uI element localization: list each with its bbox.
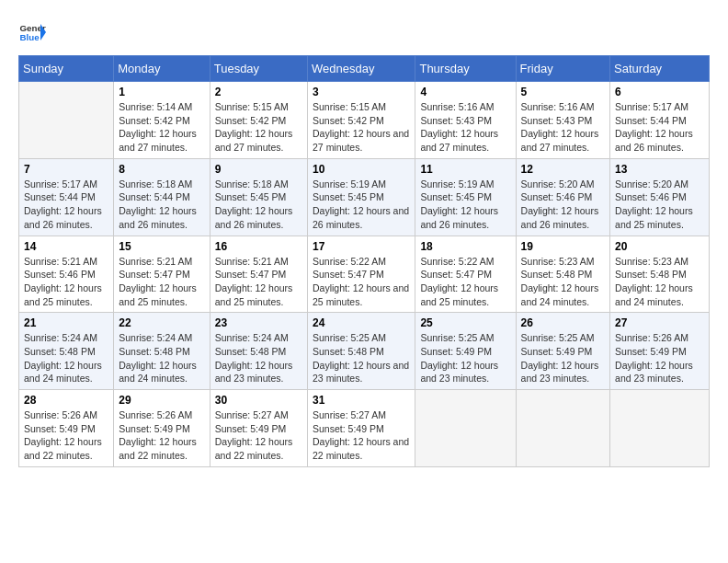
day-number: 8 [119,163,204,176]
calendar-week-row: 1Sunrise: 5:14 AMSunset: 5:42 PMDaylight… [19,82,710,159]
day-number: 31 [313,394,410,407]
calendar-cell [19,82,114,159]
calendar-cell: 23Sunrise: 5:24 AMSunset: 5:48 PMDayligh… [210,313,307,390]
cell-content: Sunrise: 5:19 AMSunset: 5:45 PMDaylight:… [313,178,410,232]
day-number: 5 [521,86,606,98]
calendar-cell: 5Sunrise: 5:16 AMSunset: 5:43 PMDaylight… [516,82,610,159]
calendar-cell: 11Sunrise: 5:19 AMSunset: 5:45 PMDayligh… [415,158,516,236]
calendar-cell: 19Sunrise: 5:23 AMSunset: 5:48 PMDayligh… [516,236,610,313]
calendar-cell: 17Sunrise: 5:22 AMSunset: 5:47 PMDayligh… [308,236,415,313]
page-header: General Blue [18,18,710,46]
cell-content: Sunrise: 5:18 AMSunset: 5:44 PMDaylight:… [119,178,204,232]
day-number: 2 [215,86,302,98]
weekday-header: Friday [516,56,610,82]
day-number: 12 [521,163,606,176]
cell-content: Sunrise: 5:19 AMSunset: 5:45 PMDaylight:… [420,178,510,232]
day-number: 23 [215,316,302,329]
calendar-cell: 13Sunrise: 5:20 AMSunset: 5:46 PMDayligh… [610,158,710,236]
cell-content: Sunrise: 5:15 AMSunset: 5:42 PMDaylight:… [313,100,410,155]
cell-content: Sunrise: 5:16 AMSunset: 5:43 PMDaylight:… [420,100,510,155]
cell-content: Sunrise: 5:23 AMSunset: 5:48 PMDaylight:… [615,255,704,309]
calendar-cell [610,390,710,467]
calendar-cell: 25Sunrise: 5:25 AMSunset: 5:49 PMDayligh… [415,313,516,390]
cell-content: Sunrise: 5:17 AMSunset: 5:44 PMDaylight:… [24,178,108,232]
day-number: 18 [420,240,510,253]
day-number: 22 [119,316,204,329]
calendar-cell: 14Sunrise: 5:21 AMSunset: 5:46 PMDayligh… [19,236,114,313]
cell-content: Sunrise: 5:27 AMSunset: 5:49 PMDaylight:… [313,408,410,463]
cell-content: Sunrise: 5:14 AMSunset: 5:42 PMDaylight:… [119,100,204,155]
cell-content: Sunrise: 5:25 AMSunset: 5:49 PMDaylight:… [420,331,510,385]
day-number: 11 [420,163,510,176]
calendar-cell: 3Sunrise: 5:15 AMSunset: 5:42 PMDaylight… [308,82,415,159]
day-number: 26 [521,316,606,329]
cell-content: Sunrise: 5:24 AMSunset: 5:48 PMDaylight:… [24,331,108,385]
cell-content: Sunrise: 5:26 AMSunset: 5:49 PMDaylight:… [615,331,704,385]
calendar-cell: 30Sunrise: 5:27 AMSunset: 5:49 PMDayligh… [210,390,307,467]
logo-icon: General Blue [18,18,46,46]
day-number: 24 [313,316,410,329]
cell-content: Sunrise: 5:21 AMSunset: 5:47 PMDaylight:… [119,255,204,309]
calendar-cell: 7Sunrise: 5:17 AMSunset: 5:44 PMDaylight… [19,158,114,236]
day-number: 19 [521,240,606,253]
cell-content: Sunrise: 5:24 AMSunset: 5:48 PMDaylight:… [119,331,204,385]
calendar-week-row: 21Sunrise: 5:24 AMSunset: 5:48 PMDayligh… [19,313,710,390]
day-number: 7 [24,163,108,176]
weekday-header: Wednesday [308,56,415,82]
cell-content: Sunrise: 5:21 AMSunset: 5:47 PMDaylight:… [215,255,302,309]
calendar-cell: 28Sunrise: 5:26 AMSunset: 5:49 PMDayligh… [19,390,114,467]
cell-content: Sunrise: 5:23 AMSunset: 5:48 PMDaylight:… [521,255,606,309]
calendar-cell [415,390,516,467]
cell-content: Sunrise: 5:22 AMSunset: 5:47 PMDaylight:… [420,255,510,309]
calendar-cell: 27Sunrise: 5:26 AMSunset: 5:49 PMDayligh… [610,313,710,390]
calendar-week-row: 14Sunrise: 5:21 AMSunset: 5:46 PMDayligh… [19,236,710,313]
cell-content: Sunrise: 5:25 AMSunset: 5:49 PMDaylight:… [521,331,606,385]
weekday-header: Thursday [415,56,516,82]
calendar-cell: 15Sunrise: 5:21 AMSunset: 5:47 PMDayligh… [114,236,210,313]
calendar-week-row: 28Sunrise: 5:26 AMSunset: 5:49 PMDayligh… [19,390,710,467]
calendar-cell: 26Sunrise: 5:25 AMSunset: 5:49 PMDayligh… [516,313,610,390]
day-number: 1 [119,86,204,98]
day-number: 17 [313,240,410,253]
calendar-cell: 2Sunrise: 5:15 AMSunset: 5:42 PMDaylight… [210,82,307,159]
calendar-cell: 10Sunrise: 5:19 AMSunset: 5:45 PMDayligh… [308,158,415,236]
calendar-cell: 4Sunrise: 5:16 AMSunset: 5:43 PMDaylight… [415,82,516,159]
calendar-cell: 29Sunrise: 5:26 AMSunset: 5:49 PMDayligh… [114,390,210,467]
calendar-cell: 21Sunrise: 5:24 AMSunset: 5:48 PMDayligh… [19,313,114,390]
calendar-cell: 12Sunrise: 5:20 AMSunset: 5:46 PMDayligh… [516,158,610,236]
logo: General Blue [18,18,46,46]
day-number: 27 [615,316,704,329]
day-number: 4 [420,86,510,98]
day-number: 29 [119,394,204,407]
calendar-cell: 31Sunrise: 5:27 AMSunset: 5:49 PMDayligh… [308,390,415,467]
day-number: 25 [420,316,510,329]
day-number: 30 [215,394,302,407]
cell-content: Sunrise: 5:26 AMSunset: 5:49 PMDaylight:… [24,408,108,463]
day-number: 16 [215,240,302,253]
cell-content: Sunrise: 5:15 AMSunset: 5:42 PMDaylight:… [215,100,302,155]
cell-content: Sunrise: 5:21 AMSunset: 5:46 PMDaylight:… [24,255,108,309]
day-number: 9 [215,163,302,176]
day-number: 21 [24,316,108,329]
calendar-cell: 24Sunrise: 5:25 AMSunset: 5:48 PMDayligh… [308,313,415,390]
cell-content: Sunrise: 5:20 AMSunset: 5:46 PMDaylight:… [521,178,606,232]
calendar-cell: 8Sunrise: 5:18 AMSunset: 5:44 PMDaylight… [114,158,210,236]
day-number: 6 [615,86,704,98]
cell-content: Sunrise: 5:22 AMSunset: 5:47 PMDaylight:… [313,255,410,309]
cell-content: Sunrise: 5:24 AMSunset: 5:48 PMDaylight:… [215,331,302,385]
weekday-header: Saturday [610,56,710,82]
day-number: 10 [313,163,410,176]
day-number: 20 [615,240,704,253]
cell-content: Sunrise: 5:17 AMSunset: 5:44 PMDaylight:… [615,100,704,155]
day-number: 3 [313,86,410,98]
day-number: 15 [119,240,204,253]
calendar-cell: 18Sunrise: 5:22 AMSunset: 5:47 PMDayligh… [415,236,516,313]
cell-content: Sunrise: 5:20 AMSunset: 5:46 PMDaylight:… [615,178,704,232]
day-number: 28 [24,394,108,407]
calendar-cell: 1Sunrise: 5:14 AMSunset: 5:42 PMDaylight… [114,82,210,159]
calendar-table: SundayMondayTuesdayWednesdayThursdayFrid… [18,55,710,467]
day-number: 14 [24,240,108,253]
cell-content: Sunrise: 5:18 AMSunset: 5:45 PMDaylight:… [215,178,302,232]
calendar-cell: 6Sunrise: 5:17 AMSunset: 5:44 PMDaylight… [610,82,710,159]
cell-content: Sunrise: 5:27 AMSunset: 5:49 PMDaylight:… [215,408,302,463]
